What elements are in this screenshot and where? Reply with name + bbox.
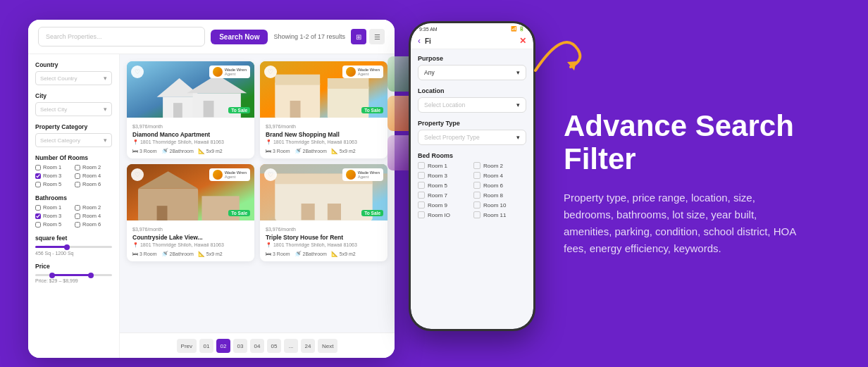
avatar	[213, 170, 223, 180]
next-button[interactable]: Next	[318, 339, 337, 353]
size-feature: 📐5x9 m2	[331, 251, 356, 257]
svg-rect-11	[328, 78, 369, 89]
sale-badge: To Sale	[228, 107, 250, 113]
page-01[interactable]: 01	[199, 339, 213, 353]
phone-room-3[interactable]: Room 3	[418, 172, 471, 179]
purpose-filter: Purpose Any ▾	[418, 55, 526, 80]
phone-room-2[interactable]: Room 2	[473, 162, 526, 169]
property-features-2: 🛏3 Room 🚿2Bathroom 📐5x9 m2	[266, 148, 382, 154]
page-03[interactable]: 03	[233, 339, 247, 353]
right-section: Advance Search Filter Property type, pri…	[542, 0, 868, 367]
avatar	[213, 67, 223, 77]
chevron-down-icon: ▾	[516, 69, 520, 76]
bath-checkbox-3[interactable]: Room 3	[35, 213, 73, 219]
property-category-select[interactable]: Select Category ▾	[35, 133, 112, 147]
room-checkbox-3[interactable]: Room 3	[35, 173, 73, 179]
bath-checkbox-6[interactable]: Room 6	[75, 221, 112, 228]
results-text: Showing 1-2 of 17 results	[273, 33, 345, 40]
sqft-slider[interactable]	[35, 246, 112, 248]
heart-icon[interactable]: ♡	[131, 66, 144, 78]
room-checkbox-6[interactable]: Room 6	[75, 181, 112, 187]
phone-status-bar: 9:35 AM 📶 🔋	[411, 23, 533, 33]
heart-icon[interactable]: ♡	[264, 168, 277, 181]
rooms-feature: 🛏3 Room	[266, 148, 290, 154]
bath-checkbox-2[interactable]: Room 2	[75, 204, 112, 211]
room-checkbox-4[interactable]: Room 4	[75, 173, 112, 179]
page-05[interactable]: 05	[267, 339, 281, 353]
phone-room-1[interactable]: Room 1	[418, 162, 471, 169]
bedrooms-filter: Bed Rooms Room 1 Room 2 Room 3 Room 4 Ro…	[418, 152, 526, 218]
phone-room-7[interactable]: Room 7	[418, 192, 471, 199]
search-input[interactable]: Search Properties...	[38, 27, 205, 46]
rooms-feature: 🛏3 Room	[132, 251, 157, 257]
bedrooms-label: Bed Rooms	[418, 152, 526, 159]
bath-checkbox-5[interactable]: Room 5	[35, 221, 73, 228]
list-view-button[interactable]: ☰	[369, 29, 385, 44]
prev-button[interactable]: Prev	[177, 339, 197, 353]
rooms-feature: 🛏3 Room	[266, 251, 290, 257]
svg-rect-22	[328, 204, 341, 220]
avatar	[346, 67, 356, 77]
phone-room-10[interactable]: Room 10	[473, 201, 526, 209]
page-04[interactable]: 04	[250, 339, 264, 353]
heart-icon[interactable]: ♡	[131, 168, 144, 181]
room-checkbox-2[interactable]: Room 2	[75, 164, 112, 170]
phone-room-5[interactable]: Room 5	[418, 182, 471, 189]
listings-area: ♡ Wade WrenAgent To Sale $3,97	[120, 54, 395, 332]
rooms-label: Number Of Rooms	[35, 154, 112, 161]
property-card-3[interactable]: ♡ Wade WrenAgent To Sale $3,97	[127, 164, 254, 261]
svg-rect-21	[302, 204, 315, 220]
property-price-1: $3,976/month	[132, 122, 249, 130]
grid-view-button[interactable]: ⊞	[351, 29, 366, 44]
rooms-filter: Number Of Rooms Room 1 Room 2 Room 3 Roo…	[35, 154, 112, 187]
sqft-filter: square feet 456 Sq - 1200 Sq	[35, 235, 112, 256]
heart-icon[interactable]: ♡	[264, 66, 277, 78]
sale-badge: To Sale	[361, 107, 383, 113]
sidebar-filters: Country Select Country ▾ City Select Cit…	[28, 54, 120, 358]
size-feature: 📐5x9 m2	[198, 148, 223, 154]
phone-room-io[interactable]: Room IO	[418, 211, 471, 218]
phone-body: Purpose Any ▾ Location Select Location ▾	[411, 49, 533, 320]
sqft-label: square feet	[35, 235, 112, 242]
city-select[interactable]: Select City ▾	[35, 102, 112, 116]
bath-checkbox-4[interactable]: Room 4	[75, 213, 112, 219]
room-checkbox-5[interactable]: Room 5	[35, 181, 73, 187]
page-02[interactable]: 02	[216, 339, 230, 353]
price-filter: Price Price: $29 – $8,999	[35, 263, 112, 283]
property-name-3: Countryside Lake View...	[132, 234, 249, 241]
phone-room-9[interactable]: Room 9	[418, 201, 471, 209]
property-price-3: $3,976/month	[132, 225, 249, 232]
property-type-select[interactable]: Select Property Type ▾	[418, 130, 526, 145]
country-select[interactable]: Select Country ▾	[35, 71, 112, 85]
property-card-4[interactable]: ♡ Wade WrenAgent To Sale $3,97	[260, 164, 388, 261]
property-info-1: $3,976/month Diamond Manco Apartment 📍 1…	[127, 118, 254, 158]
svg-rect-16	[157, 206, 168, 220]
page-24[interactable]: 24	[301, 339, 315, 353]
purpose-select[interactable]: Any ▾	[418, 65, 526, 80]
phone-room-6[interactable]: Room 6	[473, 182, 526, 189]
location-select[interactable]: Select Location ▾	[418, 97, 526, 113]
search-button[interactable]: Search Now	[211, 30, 268, 44]
phone-room-8[interactable]: Room 8	[473, 192, 526, 199]
search-area: Search Properties... Search Now Showing …	[28, 20, 395, 54]
property-features-1: 🛏3 Room 🚿2Bathroom 📐5x9 m2	[132, 148, 249, 154]
bathrooms-filter: Bathrooms Room 1 Room 2 Room 3 Room 4 Ro…	[35, 194, 112, 228]
back-button[interactable]: ‹	[418, 36, 421, 46]
chevron-down-icon: ▾	[104, 106, 107, 113]
room-checkbox-1[interactable]: Room 1	[35, 164, 73, 170]
bath-checkbox-1[interactable]: Room 1	[35, 204, 73, 211]
property-card-2[interactable]: ♡ Wade WrenAgent To Sale $3,97	[260, 61, 388, 158]
phone-section: 9:35 AM 📶 🔋 ‹ Fi ✕ Purpose Any ▾	[395, 0, 542, 367]
phone-room-11[interactable]: Room 11	[473, 211, 526, 218]
price-slider[interactable]	[35, 274, 112, 276]
property-address-1: 📍 1801 Thornridge Shiloh, Hawaii 81063	[132, 139, 249, 145]
bath-feature: 🚿2Bathroom	[161, 148, 194, 154]
property-card-1[interactable]: ♡ Wade WrenAgent To Sale $3,97	[127, 61, 254, 158]
chevron-down-icon: ▾	[516, 101, 520, 108]
section-description: Property type, price range, location, si…	[564, 189, 803, 257]
property-info-4: $3,976/month Triple Story House for Rent…	[260, 220, 388, 261]
property-features-3: 🛏3 Room 🚿2Bathroom 📐5x9 m2	[132, 251, 249, 257]
phone-room-4[interactable]: Room 4	[473, 172, 526, 179]
property-image-1: ♡ Wade WrenAgent To Sale	[127, 61, 254, 118]
content-area: Country Select Country ▾ City Select Cit…	[28, 54, 395, 358]
